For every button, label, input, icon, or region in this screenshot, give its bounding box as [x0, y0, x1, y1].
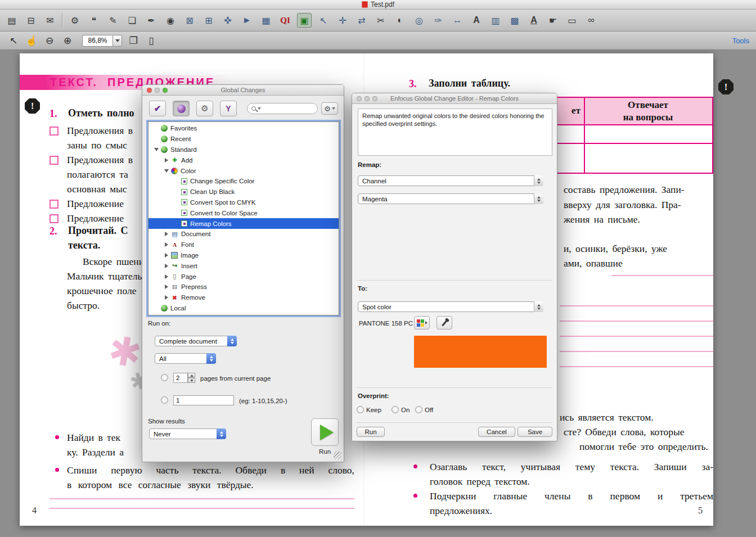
pages-from-radio[interactable] — [161, 374, 168, 381]
disclosure-triangle[interactable] — [163, 158, 170, 163]
tree-item[interactable]: Add — [148, 155, 339, 165]
preflight-mode-button[interactable] — [149, 101, 166, 116]
paragraph-tool-icon[interactable]: A — [526, 13, 541, 28]
save-icon[interactable]: ▤ — [4, 13, 19, 28]
eyedropper-tool-icon[interactable]: ✑ — [431, 13, 446, 28]
resize-grip[interactable] — [334, 452, 341, 459]
disclosure-triangle[interactable] — [163, 295, 170, 300]
disclosure-triangle[interactable] — [153, 148, 160, 151]
link-icon[interactable]: ∞ — [584, 13, 598, 28]
page-range-radio[interactable] — [161, 396, 168, 404]
tree-item[interactable]: Prepress — [148, 282, 339, 292]
disclosure-triangle[interactable] — [163, 274, 170, 279]
disclosure-triangle[interactable] — [163, 169, 170, 173]
qi-icon[interactable]: QI — [278, 13, 292, 28]
disclosure-triangle[interactable] — [163, 264, 170, 268]
tree-item[interactable]: Clean Up Black — [148, 187, 339, 197]
remap-colors-dialog[interactable]: Enfocus Global Change Editor - Remap Col… — [352, 93, 557, 441]
tree-item[interactable]: Page — [148, 271, 339, 282]
print-icon[interactable]: ⊟ — [24, 13, 38, 28]
eyedropper-button[interactable] — [436, 316, 452, 330]
zoom-level-combo[interactable]: 86,8% — [82, 35, 122, 47]
move-object-icon[interactable]: ✛ — [335, 13, 350, 28]
tree-item[interactable]: Favorites — [148, 123, 339, 134]
zoom-dropdown-button[interactable] — [112, 35, 122, 47]
page-filter-select[interactable]: All — [155, 353, 216, 364]
tree-item[interactable]: Remap Colors — [148, 218, 339, 229]
settings-icon[interactable]: ⚙ — [68, 13, 82, 28]
tree-item[interactable]: Document — [148, 229, 339, 240]
zoom-level-value[interactable]: 86,8% — [82, 35, 112, 47]
show-results-select[interactable]: Never — [149, 428, 226, 439]
dialog-titlebar[interactable]: Enfocus Global Change Editor - Remap Col… — [352, 93, 557, 104]
page-range-input[interactable] — [173, 395, 234, 405]
actions-mode-button[interactable] — [196, 101, 213, 116]
panel-options-button[interactable] — [321, 102, 338, 115]
sign-icon[interactable]: ✒ — [144, 13, 159, 28]
search-field[interactable] — [247, 103, 318, 114]
global-change-icon[interactable]: ▣ — [297, 13, 312, 28]
pages-count-stepper[interactable] — [188, 373, 195, 383]
stamp-icon[interactable]: ◉ — [163, 13, 178, 28]
font-tool-icon[interactable]: A — [469, 13, 484, 28]
search-input[interactable] — [263, 105, 317, 112]
run-button[interactable]: Run — [357, 427, 385, 437]
overprint-on-radio[interactable] — [392, 406, 399, 413]
minimize-button[interactable] — [155, 88, 160, 93]
tree-item[interactable]: Recent — [148, 134, 339, 145]
color-picker-button[interactable] — [414, 316, 430, 330]
global-changes-mode-button[interactable] — [173, 101, 190, 116]
overprint-off-radio[interactable] — [415, 406, 422, 413]
select-object-icon[interactable]: ► — [240, 13, 254, 28]
insert-pages-icon[interactable]: ⊞ — [201, 13, 216, 28]
disclosure-triangle[interactable] — [163, 242, 170, 247]
color-swatch[interactable] — [414, 336, 547, 368]
tree-item[interactable]: Insert — [148, 260, 339, 271]
crop-pages-icon[interactable]: ⊠ — [182, 13, 197, 28]
hand-annotate-icon[interactable]: ☛ — [546, 13, 560, 28]
tree-item[interactable]: Local — [148, 303, 339, 314]
zoom-in-icon[interactable]: ⊕ — [61, 34, 74, 47]
run-button[interactable] — [311, 418, 339, 446]
disclosure-triangle[interactable] — [163, 253, 170, 258]
tree-item[interactable]: Convert Spot to CMYK — [148, 197, 339, 208]
snapshot-icon[interactable]: ◐ — [393, 13, 407, 28]
tree-item[interactable]: Convert to Color Space — [148, 207, 339, 218]
edit-text-icon[interactable]: ✎ — [106, 13, 120, 28]
toolbar-separator[interactable] — [62, 13, 63, 28]
tree-item[interactable]: Image — [148, 250, 339, 261]
select-cursor-icon[interactable]: ↖ — [7, 34, 20, 47]
tree-item[interactable]: Change Specific Color — [148, 176, 339, 187]
marquee-icon[interactable]: ▭ — [565, 13, 579, 28]
hand-tool-icon[interactable]: ☝ — [25, 34, 38, 47]
zoom-out-icon[interactable]: ⊖ — [43, 34, 56, 47]
tree-item[interactable]: Standard — [148, 145, 339, 155]
loupe-icon[interactable]: ◎ — [412, 13, 426, 28]
channel-select[interactable]: Magenta — [358, 193, 543, 204]
global-changes-tree[interactable]: Favorites Recent Standard Add — [148, 121, 339, 315]
select-tool-icon[interactable]: ↖ — [316, 13, 331, 28]
close-button[interactable] — [147, 88, 152, 93]
to-type-select[interactable]: Spot color — [358, 301, 543, 312]
disclosure-triangle[interactable] — [163, 232, 170, 236]
page-layout-icon[interactable]: ❐ — [127, 34, 140, 47]
pattern-icon[interactable]: ▩ — [507, 13, 522, 28]
tree-item[interactable]: Font — [148, 240, 339, 250]
remap-type-select[interactable]: Channel — [358, 175, 543, 186]
tools-link[interactable]: Tools — [732, 37, 749, 45]
cells-icon[interactable]: ▥ — [488, 13, 503, 28]
cancel-button[interactable]: Cancel — [478, 427, 515, 437]
comment-icon[interactable]: ❝ — [87, 13, 101, 28]
attach-note-icon[interactable]: ❏ — [125, 13, 140, 28]
zoom-window-button[interactable] — [163, 88, 168, 93]
edit-table-icon[interactable]: ▦ — [259, 13, 273, 28]
minimize-button[interactable] — [364, 96, 370, 101]
save-button[interactable]: Save — [518, 427, 552, 437]
disclosure-triangle[interactable] — [163, 285, 170, 289]
panel-titlebar[interactable]: Global Changes — [142, 85, 344, 96]
email-icon[interactable]: ✉ — [43, 13, 57, 28]
global-changes-panel[interactable]: Global Changes Favorites — [142, 84, 344, 462]
measure-icon[interactable]: ↔ — [450, 13, 465, 28]
tree-item[interactable]: Color — [148, 165, 339, 176]
close-button[interactable] — [357, 96, 362, 101]
